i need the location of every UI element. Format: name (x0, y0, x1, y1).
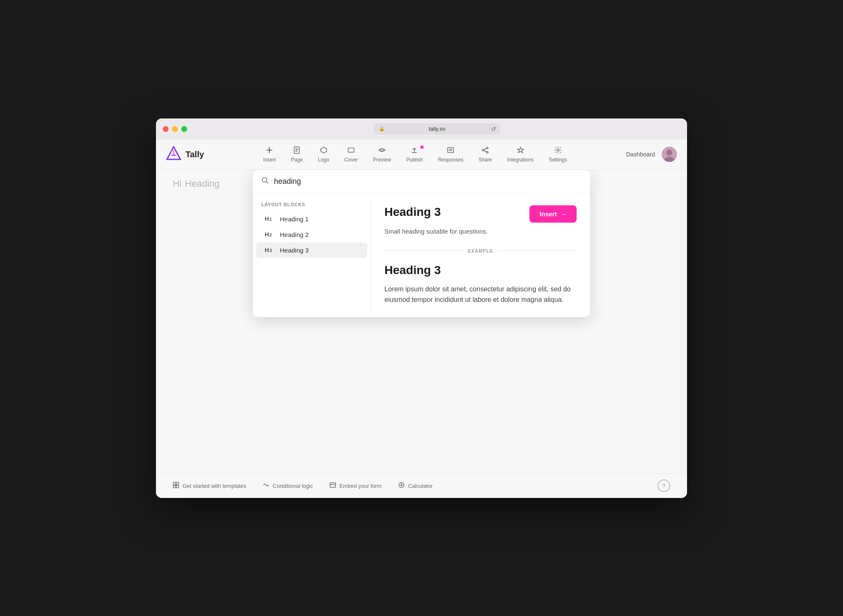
nav-item-cover[interactable]: Cover (338, 143, 365, 166)
nav-item-publish-label: Publish (406, 157, 423, 163)
templates-label: Get started with templates (183, 483, 246, 489)
detail-description: Small heading suitable for questions. (384, 228, 577, 235)
search-input[interactable] (274, 177, 582, 186)
conditional-label: Conditional logic (273, 483, 313, 489)
url-display[interactable]: tally.so (374, 123, 500, 134)
svg-rect-14 (448, 148, 454, 153)
responses-icon (447, 146, 454, 155)
nav-item-share[interactable]: Share (472, 143, 499, 166)
embed-icon (330, 482, 336, 490)
bottom-item-embed[interactable]: Embed your form (330, 482, 381, 490)
brand: Tally (166, 146, 204, 163)
nav-item-page[interactable]: Page (284, 143, 309, 166)
address-bar: 🔒 tally.so ↺ (194, 123, 680, 134)
search-bar (253, 170, 590, 194)
search-sidebar: LAYOUT BLOCKS H1 Heading 1 H2 Heading 2 (253, 194, 371, 317)
svg-marker-9 (321, 147, 327, 153)
publish-icon (411, 146, 418, 155)
h3-badge: H3 (265, 247, 275, 253)
calculator-icon (398, 482, 405, 490)
nav-item-settings[interactable]: Settings (542, 143, 574, 166)
bottom-item-conditional[interactable]: Conditional logic (263, 482, 313, 490)
svg-point-23 (557, 149, 559, 151)
conditional-icon (263, 482, 269, 490)
search-icon (261, 177, 269, 186)
bottom-item-calculator[interactable]: Calculator (398, 482, 433, 490)
address-bar-container: 🔒 tally.so ↺ (374, 123, 500, 134)
logo-icon (320, 146, 328, 155)
nav-item-preview-label: Preview (373, 157, 391, 163)
sidebar-item-h1[interactable]: H1 Heading 1 (256, 211, 367, 227)
svg-rect-29 (173, 482, 176, 485)
nav-item-share-label: Share (478, 157, 492, 163)
calculator-label: Calculator (408, 483, 433, 489)
insert-button-label: Insert (540, 210, 557, 218)
nav-item-insert-label: Insert (263, 157, 276, 163)
close-button[interactable] (163, 126, 169, 132)
lock-icon: 🔒 (379, 126, 385, 132)
svg-rect-30 (176, 482, 179, 485)
detail-title: Heading 3 (384, 205, 441, 219)
minimize-button[interactable] (172, 126, 178, 132)
brand-name: Tally (185, 150, 204, 159)
dashboard-link[interactable]: Dashboard (626, 151, 655, 158)
settings-icon (554, 146, 562, 155)
nav-item-page-label: Page (291, 157, 303, 163)
user-avatar[interactable] (662, 147, 677, 162)
insert-button[interactable]: Insert → (529, 205, 577, 223)
browser-window: 🔒 tally.so ↺ Tally (156, 118, 687, 498)
nav-item-insert[interactable]: Insert (256, 143, 282, 166)
main-content: Hi Heading (156, 170, 687, 498)
nav-item-responses-label: Responses (438, 157, 463, 163)
form-bg-heading-icon: Hi (173, 178, 182, 189)
title-bar: 🔒 tally.so ↺ (156, 118, 687, 140)
svg-rect-31 (173, 485, 176, 488)
help-button[interactable]: ? (658, 479, 670, 492)
svg-rect-10 (348, 148, 354, 152)
svg-line-21 (484, 151, 486, 152)
page-icon (293, 146, 301, 155)
nav-item-publish[interactable]: Publish (400, 143, 430, 166)
svg-point-19 (486, 151, 488, 153)
nav-item-settings-label: Settings (549, 157, 567, 163)
nav-item-responses[interactable]: Responses (431, 143, 470, 166)
svg-marker-22 (518, 147, 524, 153)
cover-icon (347, 146, 355, 155)
h1-label: Heading 1 (280, 215, 309, 223)
bottom-bar-items: Get started with templates Conditional l… (173, 482, 658, 490)
search-body: LAYOUT BLOCKS H1 Heading 1 H2 Heading 2 (253, 194, 590, 317)
svg-rect-33 (330, 483, 336, 487)
nav-item-preview[interactable]: Preview (366, 143, 398, 166)
app-area: Tally Insert (156, 140, 687, 498)
sidebar-item-h3[interactable]: H3 Heading 3 (256, 242, 367, 258)
example-label-wrap: EXAMPLE (384, 248, 577, 253)
example-body: Lorem ipsum dolor sit amet, consectetur … (384, 284, 577, 305)
example-heading: Heading 3 (384, 264, 577, 277)
svg-rect-32 (176, 485, 179, 488)
embed-label: Embed your form (339, 483, 381, 489)
bottom-item-templates[interactable]: Get started with templates (173, 482, 246, 490)
refresh-icon[interactable]: ↺ (491, 126, 496, 132)
preview-icon (378, 146, 386, 155)
form-bg-heading-text: Heading (185, 178, 220, 189)
svg-point-25 (666, 150, 672, 156)
maximize-button[interactable] (181, 126, 187, 132)
sidebar-item-h2[interactable]: H2 Heading 2 (256, 227, 367, 242)
detail-header: Heading 3 Insert → (384, 205, 577, 223)
svg-point-18 (482, 149, 484, 151)
search-panel: LAYOUT BLOCKS H1 Heading 1 H2 Heading 2 (253, 170, 590, 317)
nav-item-integrations[interactable]: Integrations (500, 143, 540, 166)
svg-line-28 (266, 181, 268, 183)
svg-point-11 (381, 149, 383, 151)
example-line-left (384, 250, 464, 251)
sidebar-section-label: LAYOUT BLOCKS (253, 202, 370, 211)
nav-item-integrations-label: Integrations (507, 157, 534, 163)
example-line-right (497, 250, 577, 251)
nav-right: Dashboard (626, 147, 677, 162)
tally-logo-icon (166, 146, 181, 163)
nav-item-logo[interactable]: Logo (311, 143, 336, 166)
svg-line-20 (484, 148, 486, 150)
integrations-icon (517, 146, 524, 155)
nav-items: Insert Page (217, 143, 612, 166)
nav-item-cover-label: Cover (344, 157, 358, 163)
